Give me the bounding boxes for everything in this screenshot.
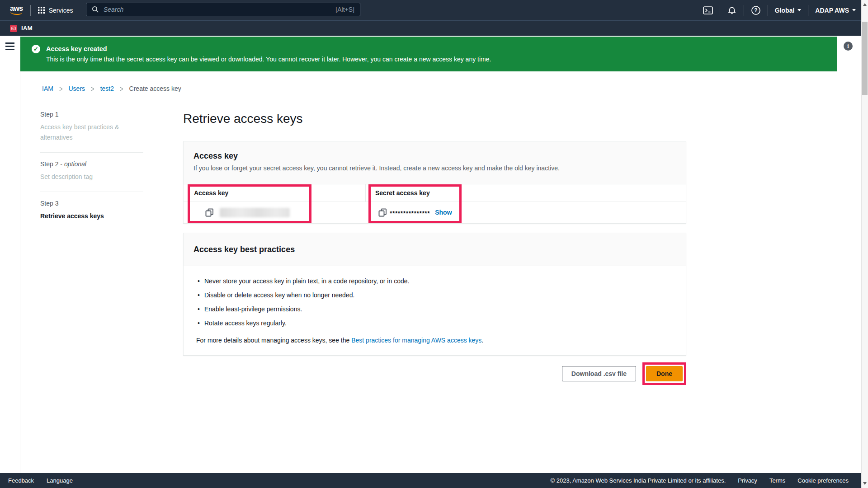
show-secret-link[interactable]: Show xyxy=(435,209,452,216)
breadcrumb-separator: > xyxy=(120,84,123,94)
nav-divider xyxy=(808,5,808,16)
breadcrumb-separator: > xyxy=(91,84,94,94)
access-key-column-label: Access key xyxy=(194,189,228,197)
terms-link[interactable]: Terms xyxy=(769,477,785,484)
chevron-down-icon xyxy=(797,9,801,11)
account-label: ADAP AWS xyxy=(815,7,849,14)
best-practices-card-header: Access key best practices xyxy=(184,233,686,266)
nav-divider xyxy=(744,5,744,16)
search-icon xyxy=(92,6,99,13)
access-key-card: Access key If you lose or forget your se… xyxy=(183,141,686,224)
menu-hamburger-icon[interactable] xyxy=(5,42,14,52)
nav-divider xyxy=(768,5,768,16)
step-3-label: Step 3 xyxy=(40,200,143,207)
top-navigation-bar: aws Services Search [Alt+S] xyxy=(0,0,868,20)
banner-message: This is the only time that the secret ac… xyxy=(46,54,491,64)
best-practices-footer: For more details about managing access k… xyxy=(194,337,675,344)
banner-title: Access key created xyxy=(46,44,491,53)
step-3-title: Retrieve access keys xyxy=(40,211,133,221)
region-label: Global xyxy=(775,7,795,14)
best-practices-card: Access key best practices Never store yo… xyxy=(183,233,686,356)
services-label: Services xyxy=(49,7,73,14)
scrollbar-thumb[interactable] xyxy=(862,22,868,95)
chevron-down-icon xyxy=(852,9,856,11)
step-divider xyxy=(40,192,143,192)
collapsed-sidebar xyxy=(0,36,20,473)
step-2-optional: optional xyxy=(64,160,86,168)
breadcrumb: IAM > Users > test2 > Create access key xyxy=(42,85,181,92)
feedback-link[interactable]: Feedback xyxy=(8,477,34,484)
success-banner: ✓ Access key created This is the only ti… xyxy=(20,37,837,71)
services-menu-button[interactable]: Services xyxy=(38,7,73,14)
wizard-steps-nav: Step 1 Access key best practices & alter… xyxy=(40,111,143,221)
annotation-box-done: Done xyxy=(642,362,686,385)
access-key-card-description: If you lose or forget your secret access… xyxy=(193,164,676,172)
nav-right-group: ? Global ADAP AWS xyxy=(703,5,856,16)
nav-divider xyxy=(720,5,720,16)
success-check-icon: ✓ xyxy=(32,45,40,53)
aws-logo-text: aws xyxy=(10,5,23,12)
iam-service-icon xyxy=(10,25,17,32)
vertical-scrollbar[interactable] xyxy=(861,0,868,488)
best-practice-item: Enable least-privilege permissions. xyxy=(194,306,675,313)
download-csv-button[interactable]: Download .csv file xyxy=(562,366,636,381)
service-name[interactable]: IAM xyxy=(21,25,33,32)
search-shortcut-hint: [Alt+S] xyxy=(335,6,354,13)
cloudshell-icon[interactable] xyxy=(703,6,713,14)
secret-key-masked-value: *************** xyxy=(390,210,430,217)
breadcrumb-iam[interactable]: IAM xyxy=(42,85,53,92)
step-1-title: Access key best practices & alternatives xyxy=(40,122,133,143)
scrollbar-down-arrow[interactable] xyxy=(863,482,867,485)
secret-key-column-label: Secret access key xyxy=(375,189,430,197)
key-table-value-row: *************** Show xyxy=(184,202,686,223)
best-practice-item: Never store your access key in plain tex… xyxy=(194,278,675,285)
key-table-header-row: Access key Secret access key xyxy=(184,184,686,202)
account-menu[interactable]: ADAP AWS xyxy=(815,7,856,14)
svg-text:?: ? xyxy=(754,7,757,14)
console-footer: Feedback Language © 2023, Amazon Web Ser… xyxy=(0,473,861,488)
copy-access-key-icon[interactable] xyxy=(205,208,214,217)
best-practice-item: Disable or delete access key when no lon… xyxy=(194,292,675,299)
help-icon[interactable]: ? xyxy=(751,5,761,15)
copyright-text: © 2023, Amazon Web Services India Privat… xyxy=(551,477,726,484)
notifications-bell-icon[interactable] xyxy=(727,5,737,15)
language-link[interactable]: Language xyxy=(47,477,73,484)
global-search-input[interactable]: Search [Alt+S] xyxy=(86,3,360,16)
nav-divider xyxy=(30,5,31,16)
breadcrumb-separator: > xyxy=(59,84,63,94)
best-practices-list: Never store your access key in plain tex… xyxy=(194,278,675,327)
step-2-label: Step 2 - optional xyxy=(40,160,143,168)
access-key-card-header: Access key If you lose or forget your se… xyxy=(184,141,686,184)
search-placeholder: Search xyxy=(104,6,335,13)
aws-logo[interactable]: aws xyxy=(10,5,23,15)
wizard-step-2: Step 2 - optional Set description tag xyxy=(40,160,143,182)
breadcrumb-users[interactable]: Users xyxy=(68,85,85,92)
step-2-title: Set description tag xyxy=(40,172,133,182)
info-icon[interactable]: i xyxy=(844,42,853,51)
best-practices-link[interactable]: Best practices for managing AWS access k… xyxy=(351,337,481,344)
aws-logo-smile xyxy=(10,12,22,15)
step-1-label: Step 1 xyxy=(40,111,143,118)
scrollbar-up-arrow[interactable] xyxy=(863,3,867,6)
service-breadcrumb-bar: IAM xyxy=(0,20,868,36)
access-key-value-redacted xyxy=(220,208,290,217)
breadcrumb-current: Create access key xyxy=(129,85,181,92)
region-selector[interactable]: Global xyxy=(775,7,802,14)
done-button[interactable]: Done xyxy=(646,366,683,381)
services-grid-icon xyxy=(38,7,45,14)
wizard-step-1: Step 1 Access key best practices & alter… xyxy=(40,111,143,143)
breadcrumb-test2[interactable]: test2 xyxy=(100,85,114,92)
wizard-step-3: Step 3 Retrieve access keys xyxy=(40,200,143,221)
privacy-link[interactable]: Privacy xyxy=(738,477,757,484)
cookie-preferences-link[interactable]: Cookie preferences xyxy=(797,477,849,484)
best-practices-card-title: Access key best practices xyxy=(193,245,295,254)
wizard-actions: Download .csv file Done xyxy=(183,362,686,385)
best-practices-body: Never store your access key in plain tex… xyxy=(184,266,686,344)
step-divider xyxy=(40,152,143,153)
best-practice-item: Rotate access keys regularly. xyxy=(194,320,675,327)
access-key-card-title: Access key xyxy=(193,151,676,161)
copy-secret-key-icon[interactable] xyxy=(378,208,387,217)
page-title: Retrieve access keys xyxy=(183,112,303,126)
